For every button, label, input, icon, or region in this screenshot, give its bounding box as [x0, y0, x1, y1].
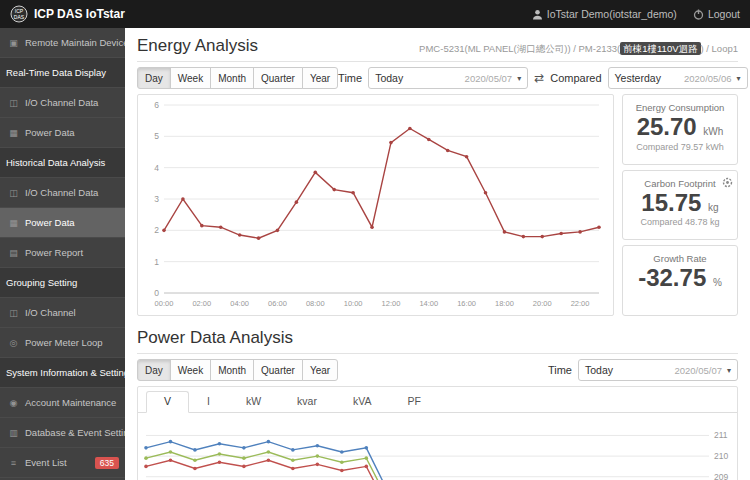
brand-title: ICP DAS IoTstar — [34, 7, 125, 21]
sidebar-item-io-channel[interactable]: ◫I/O Channel — [0, 298, 125, 328]
svg-text:10:00: 10:00 — [344, 299, 363, 308]
growth-rate-card: Growth Rate -32.75 % — [622, 245, 738, 316]
sidebar-header-system-information-setting: System Information & Setting — [0, 358, 125, 388]
svg-text:16:00: 16:00 — [457, 299, 476, 308]
user-icon — [532, 9, 543, 20]
energy-period-week-button[interactable]: Week — [170, 67, 211, 89]
carbon-footprint-card: Carbon Footprint 15.75 kg Compared 48.78… — [622, 170, 738, 241]
sidebar-item-label: Event List — [25, 457, 67, 468]
chevron-down-icon: ▾ — [737, 74, 741, 83]
energy-consumption-chart: 012345600:0002:0004:0006:0008:0010:0012:… — [140, 97, 609, 311]
logout-button[interactable]: Logout — [693, 8, 740, 20]
card-compared: Compared 48.78 kg — [625, 217, 735, 227]
chevron-down-icon: ▾ — [727, 366, 731, 375]
sidebar-item-label: Power Data — [25, 127, 75, 138]
sidebar-item-label: Power Report — [25, 247, 83, 258]
sidebar-item-power-data-historical[interactable]: ▦Power Data — [0, 208, 125, 238]
svg-text:02:00: 02:00 — [192, 299, 211, 308]
energy-period-month-button[interactable]: Month — [210, 67, 254, 89]
energy-period-group: Day Week Month Quarter Year — [137, 67, 338, 89]
io-channel-icon: ◫ — [8, 308, 19, 318]
swap-compare-icon[interactable]: ⇄ — [534, 71, 544, 85]
sidebar-item-label: Account Maintenance — [25, 397, 116, 408]
svg-text:18:00: 18:00 — [495, 299, 514, 308]
svg-text:3: 3 — [154, 194, 159, 204]
tab-pf[interactable]: PF — [389, 391, 438, 413]
sidebar-item-remote-maintain-devices[interactable]: ▣Remote Maintain Devices — [0, 28, 125, 58]
time-select-value: Today — [585, 364, 613, 376]
power-data-icon: ▦ — [8, 218, 19, 228]
power-period-month-button[interactable]: Month — [210, 359, 254, 381]
report-icon: ▤ — [8, 248, 19, 258]
event-count-badge: 635 — [95, 457, 119, 469]
svg-text:04:00: 04:00 — [230, 299, 249, 308]
power-voltage-chart: 209210211 — [138, 413, 735, 480]
energy-period-day-button[interactable]: Day — [137, 67, 171, 89]
io-channel-icon: ◫ — [8, 188, 19, 198]
power-toolbar: Day Week Month Quarter Year Time Today 2… — [137, 359, 738, 381]
card-unit: kg — [708, 202, 719, 213]
tab-kva[interactable]: kVA — [335, 391, 389, 413]
sidebar-item-power-meter-loop[interactable]: ◎Power Meter Loop — [0, 328, 125, 358]
user-name: IoTstar Demo(iotstar_demo) — [547, 8, 677, 20]
power-title: Power Data Analysis — [137, 328, 293, 348]
account-icon: ◉ — [8, 398, 19, 408]
sidebar-header-label: Historical Data Analysis — [6, 157, 105, 168]
sidebar-item-label: Power Data — [25, 217, 75, 228]
sidebar-header-label: System Information & Setting — [6, 367, 125, 378]
sidebar-item-io-channel-data-realtime[interactable]: ◫I/O Channel Data — [0, 88, 125, 118]
power-period-quarter-button[interactable]: Quarter — [253, 359, 303, 381]
sidebar-item-power-data-realtime[interactable]: ▦Power Data — [0, 118, 125, 148]
time-label: Time — [548, 364, 572, 376]
svg-text:5: 5 — [154, 131, 159, 141]
logout-label: Logout — [708, 8, 740, 20]
energy-period-quarter-button[interactable]: Quarter — [253, 67, 303, 89]
gear-icon[interactable] — [722, 174, 733, 192]
power-tabs: V I kW kvar kVA PF — [138, 387, 737, 413]
energy-chart-panel: 012345600:0002:0004:0006:0008:0010:0012:… — [137, 94, 614, 316]
monitor-icon: ▣ — [8, 38, 19, 48]
sidebar-item-account-maintenance[interactable]: ◉Account Maintenance — [0, 388, 125, 418]
sidebar-item-event-list[interactable]: ≡Event List635 — [0, 448, 125, 478]
power-data-icon: ▦ — [8, 128, 19, 138]
card-unit: kWh — [703, 126, 723, 137]
power-period-week-button[interactable]: Week — [170, 359, 211, 381]
svg-text:14:00: 14:00 — [419, 299, 438, 308]
main-content: Energy Analysis PMC-5231(ML PANEL(湖口總公司)… — [125, 28, 750, 480]
sidebar-item-power-report[interactable]: ▤Power Report — [0, 238, 125, 268]
sidebar-item-label: Database & Event Setting — [25, 427, 125, 438]
iotstar-app: ICP DAS ICP DAS IoTstar IoTstar Demo(iot… — [0, 0, 750, 480]
svg-text:12:00: 12:00 — [382, 299, 401, 308]
breadcrumb-highlight: 前棟1樓110V迴路 — [620, 42, 700, 55]
tab-v[interactable]: V — [146, 391, 189, 413]
compared-select[interactable]: Yesterday 2020/05/06 ▾ — [608, 67, 748, 89]
energy-toolbar: Day Week Month Quarter Year Time Today 2… — [137, 67, 738, 89]
energy-body: 012345600:0002:0004:0006:0008:0010:0012:… — [137, 94, 738, 316]
sidebar-item-label: Remote Maintain Devices — [25, 37, 125, 48]
tab-kvar[interactable]: kvar — [279, 391, 335, 413]
card-value: -32.75 % — [625, 264, 735, 293]
energy-period-year-button[interactable]: Year — [302, 67, 338, 89]
energy-section-header: Energy Analysis PMC-5231(ML PANEL(湖口總公司)… — [137, 28, 738, 62]
energy-time-select[interactable]: Today 2020/05/07 ▾ — [368, 67, 528, 89]
compared-label: Compared — [550, 72, 601, 84]
brand: ICP DAS ICP DAS IoTstar — [10, 5, 125, 23]
svg-text:DAS: DAS — [14, 14, 25, 20]
sidebar-item-label: I/O Channel Data — [25, 187, 98, 198]
user-menu[interactable]: IoTstar Demo(iotstar_demo) — [532, 8, 677, 20]
card-value: 15.75 kg — [625, 189, 735, 218]
svg-text:6: 6 — [154, 100, 159, 110]
tab-i[interactable]: I — [189, 391, 228, 413]
sidebar-item-io-channel-data-historical[interactable]: ◫I/O Channel Data — [0, 178, 125, 208]
icpdas-logo-icon: ICP DAS — [10, 5, 28, 23]
power-period-year-button[interactable]: Year — [302, 359, 338, 381]
power-period-day-button[interactable]: Day — [137, 359, 171, 381]
logout-icon — [693, 9, 704, 20]
sidebar-item-database-event-setting[interactable]: ▥Database & Event Setting — [0, 418, 125, 448]
topbar-right: IoTstar Demo(iotstar_demo) Logout — [532, 8, 740, 20]
power-toolbar-right: Time Today 2020/05/07 ▾ — [548, 359, 738, 381]
breadcrumb-suffix: ) / Loop1 — [701, 43, 739, 54]
power-time-select[interactable]: Today 2020/05/07 ▾ — [578, 359, 738, 381]
card-title: Growth Rate — [625, 253, 735, 264]
tab-kw[interactable]: kW — [228, 391, 279, 413]
